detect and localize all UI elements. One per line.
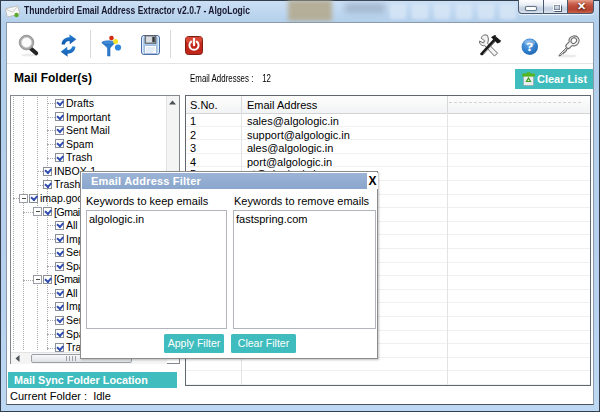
svg-text:?: ? <box>526 39 533 54</box>
